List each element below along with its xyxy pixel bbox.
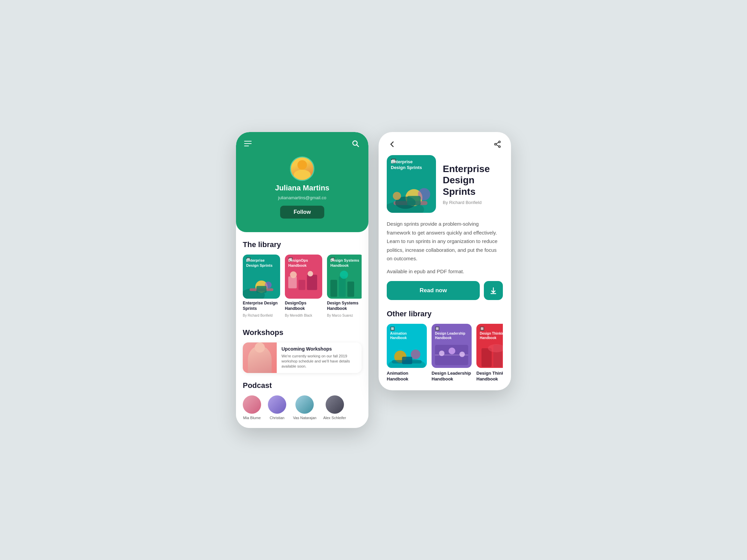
book-detail-hero: 🔲 EnterpriseDesign Sprints Enterprise De… (379, 155, 511, 220)
svg-rect-9 (307, 275, 317, 290)
podcast-person-name: Christian (270, 416, 284, 420)
svg-point-33 (411, 350, 420, 359)
svg-line-19 (496, 143, 498, 144)
other-book-title: Animation Handbook (387, 371, 427, 382)
svg-line-20 (496, 145, 498, 146)
profile-section: Juliana Martins julianamartins@gmail.co … (244, 156, 360, 219)
avatar (295, 395, 314, 414)
library-title: The library (243, 240, 362, 249)
book-detail-info: Enterprise Design Sprints By Richard Bon… (443, 155, 503, 213)
list-item[interactable]: 🔲 DesignOpsHandbook DesignOps Handbook (285, 255, 322, 317)
screens-container: Juliana Martins julianamartins@gmail.co … (236, 132, 511, 428)
podcast-title: Podcast (243, 381, 362, 390)
other-book-cover-2: 🔲 Design LeadershipHandbook (432, 324, 472, 368)
book-cover-label: EnterpriseDesign Sprints (391, 159, 422, 171)
library-section: The library 🔲 EnterpriseDesign Sprints (243, 240, 362, 320)
list-item[interactable]: 🔲 Design SystemsHandbook Design Systems … (327, 255, 362, 317)
svg-point-15 (340, 271, 348, 279)
svg-rect-40 (481, 348, 492, 367)
svg-rect-13 (339, 277, 346, 297)
cover-label: Design LeadershipHandbook (435, 331, 465, 340)
svg-line-1 (357, 145, 359, 147)
cover-label: EnterpriseDesign Sprints (246, 258, 273, 268)
svg-point-10 (290, 272, 297, 278)
podcast-section: Podcast Mia Blume Christian Vas Nataraja… (243, 381, 362, 420)
workshop-card[interactable]: Upcoming Workshops We're currently worki… (243, 342, 362, 373)
books-list: 🔲 EnterpriseDesign Sprints Enterprise De… (243, 255, 362, 320)
svg-rect-6 (256, 286, 267, 293)
workshop-info: Upcoming Workshops We're currently worki… (281, 343, 362, 372)
cover-label: Design ThinkingHandbook (480, 331, 503, 340)
share-button[interactable] (492, 139, 503, 150)
book-author: By Richard Bonfield (243, 314, 280, 317)
cover-icon: 🔲 (435, 326, 440, 331)
read-now-button[interactable]: Read now (387, 281, 480, 300)
podcast-person-name: Vas Natarajan (293, 416, 316, 420)
book-author: By Marco Suarez (327, 314, 362, 317)
podcast-person-name: Mia Blume (243, 416, 261, 420)
workshops-title: Workshops (243, 328, 362, 337)
back-button[interactable] (387, 139, 398, 150)
profile-name: Juliana Martins (275, 184, 329, 192)
other-library-title: Other library (387, 310, 503, 318)
cover-label: DesignOpsHandbook (288, 258, 308, 268)
svg-rect-14 (347, 282, 354, 297)
book-detail-author: By Richard Bonfield (443, 200, 503, 205)
profile-header: Juliana Martins julianamartins@gmail.co … (236, 132, 368, 232)
other-book-title: Design Thinking Handbook (476, 371, 503, 382)
book-cover-1: 🔲 EnterpriseDesign Sprints (243, 255, 280, 299)
follow-button[interactable]: Follow (280, 206, 325, 219)
avatar (243, 395, 261, 414)
screen-profile-library: Juliana Martins julianamartins@gmail.co … (236, 132, 368, 428)
book-detail-title: Enterprise Design Sprints (443, 163, 503, 198)
other-book-cover-3: 🔲 Design ThinkingHandbook (476, 324, 503, 368)
list-item[interactable]: Vas Natarajan (293, 395, 316, 420)
podcast-person-name: Alex Schleifer (323, 416, 346, 420)
list-item[interactable]: 🔲 EnterpriseDesign Sprints Enterprise De… (243, 255, 280, 317)
book-author: By Meredith Black (285, 314, 322, 317)
cover-label: Design SystemsHandbook (330, 258, 359, 268)
list-item[interactable]: Alex Schleifer (323, 395, 346, 420)
book-title: Enterprise Design Sprints (243, 301, 280, 311)
other-book-cover-1: 🔲 AnimationHandbook (387, 324, 427, 368)
avatar (290, 156, 314, 181)
svg-rect-8 (298, 280, 305, 290)
workshop-description: We're currently working on our fall 2019… (281, 354, 359, 369)
list-item[interactable]: 🔲 Design LeadershipHandbook Design Leade… (432, 324, 472, 382)
podcast-people-list: Mia Blume Christian Vas Natarajan Alex S… (243, 395, 362, 420)
search-icon[interactable] (351, 139, 360, 148)
other-books-list: 🔲 AnimationHandbook Animation Handbook (387, 324, 503, 382)
list-item[interactable]: Christian (268, 395, 286, 420)
svg-rect-7 (288, 277, 297, 288)
action-buttons: Read now (379, 281, 511, 310)
menu-icon[interactable] (244, 141, 252, 146)
avatar (326, 395, 344, 414)
profile-email: julianamartins@gmail.co (278, 195, 326, 200)
svg-rect-34 (402, 357, 412, 364)
top-bar (244, 139, 360, 148)
book-cover-3: 🔲 Design SystemsHandbook (327, 255, 362, 299)
avatar (268, 395, 286, 414)
top-bar-2 (379, 132, 511, 155)
book-description: Design sprints provide a problem-solving… (379, 220, 511, 268)
workshop-title: Upcoming Workshops (281, 346, 359, 352)
svg-point-11 (308, 271, 313, 277)
cover-icon: 🔲 (390, 326, 395, 331)
svg-point-38 (449, 348, 455, 354)
other-library-section: Other library 🔲 AnimationHandbook (379, 310, 511, 390)
svg-rect-12 (330, 280, 337, 297)
svg-rect-27 (407, 196, 421, 205)
workshop-image (243, 342, 277, 373)
screen-book-detail: 🔲 EnterpriseDesign Sprints Enterprise De… (379, 132, 511, 390)
cover-icon: 🔲 (480, 326, 485, 331)
svg-point-37 (439, 351, 444, 356)
book-title: Design Systems Handbook (327, 301, 362, 311)
cover-label: AnimationHandbook (390, 331, 407, 340)
main-content: The library 🔲 EnterpriseDesign Sprints (236, 232, 368, 428)
list-item[interactable]: Mia Blume (243, 395, 261, 420)
book-cover-2: 🔲 DesignOpsHandbook (285, 255, 322, 299)
list-item[interactable]: 🔲 AnimationHandbook Animation Handbook (387, 324, 427, 382)
list-item[interactable]: 🔲 Design ThinkingHandbook Design Thinkin… (476, 324, 503, 382)
download-button[interactable] (484, 281, 503, 300)
book-title: DesignOps Handbook (285, 301, 322, 311)
